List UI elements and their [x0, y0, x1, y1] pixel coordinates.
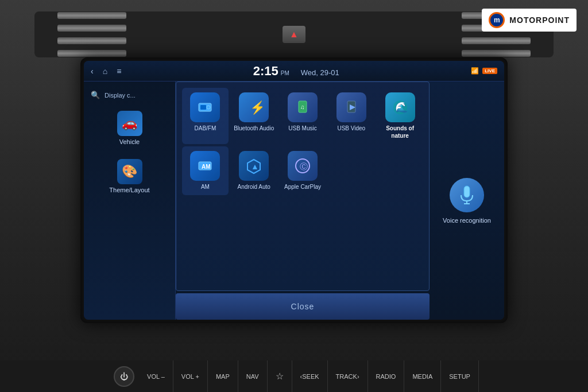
voice-recognition-label: Voice recognition — [443, 217, 491, 224]
seek-back-label: ‹SEEK — [300, 373, 319, 380]
sounds-nature-label: Sounds of nature — [379, 125, 421, 139]
track-fwd-label: TRACK› — [336, 373, 359, 380]
track-forward-button[interactable]: TRACK› — [328, 360, 368, 392]
media-item-sounds-nature[interactable]: 🌊 Sounds of nature — [377, 88, 423, 144]
left-vents — [57, 10, 126, 59]
vol-up-label: VOL + — [181, 373, 199, 380]
vehicle-icon: 🚗 — [117, 111, 142, 136]
usb-music-icon: ♫ — [288, 92, 318, 122]
svg-text:♫: ♫ — [300, 104, 305, 110]
media-item-usb-music[interactable]: ♫ USB Music — [280, 88, 326, 144]
usb-music-label: USB Music — [288, 125, 316, 132]
android-auto-label: Android Auto — [238, 183, 270, 191]
android-auto-icon: ▲ — [239, 151, 269, 181]
search-icon: 🔍 — [91, 91, 100, 99]
nav-button[interactable]: NAV — [238, 360, 268, 392]
svg-rect-1 — [200, 105, 206, 110]
signal-icon: 📶 — [471, 67, 479, 75]
vol-down-button[interactable]: VOL – — [139, 360, 173, 392]
time-display: 2:15 PM Wed, 29-01 — [253, 64, 339, 79]
media-item-usb-video[interactable]: USB Video — [328, 88, 374, 144]
status-bar: ‹ ⌂ ≡ 2:15 PM Wed, 29-01 📶 LIVE — [84, 61, 504, 81]
svg-text:⚡: ⚡ — [250, 100, 262, 115]
motorpoint-logo: m MOTORPOINT — [482, 9, 577, 32]
media-item-android[interactable]: ▲ Android Auto — [231, 146, 277, 195]
hazard-button[interactable]: ▲ — [283, 26, 305, 43]
close-button[interactable]: Close — [176, 293, 430, 320]
radio-label: RADIO — [376, 373, 396, 380]
right-area: DAB/FM ⚡ Bluetooth Audio ♫ USB — [176, 81, 504, 320]
voice-recognition-panel[interactable]: Voice recognition — [430, 81, 504, 320]
am-label: AM — [201, 183, 210, 191]
media-item-dab[interactable]: DAB/FM — [182, 88, 229, 144]
vol-down-label: VOL – — [147, 373, 165, 380]
bluetooth-icon: ⚡ — [239, 92, 269, 122]
motorpoint-brand-name: MOTORPOINT — [509, 15, 570, 25]
bluetooth-label: Bluetooth Audio — [234, 125, 274, 132]
media-label: MEDIA — [412, 373, 432, 380]
dab-icon — [190, 92, 220, 122]
media-item-bluetooth[interactable]: ⚡ Bluetooth Audio — [231, 88, 277, 144]
vents-area: ▲ — [34, 11, 554, 57]
usb-video-label: USB Video — [337, 125, 365, 132]
power-button[interactable]: ⏻ — [114, 366, 134, 387]
svg-rect-16 — [464, 186, 470, 197]
media-item-am[interactable]: AM AM — [182, 146, 229, 195]
sidebar: 🔍 Display c... 🚗 Vehicle 🎨 Theme/Layout — [84, 81, 176, 320]
radio-button[interactable]: RADIO — [368, 360, 405, 392]
sidebar-item-vehicle[interactable]: 🚗 Vehicle — [84, 105, 175, 151]
svg-text:Ⓒ: Ⓒ — [300, 162, 308, 171]
star-button[interactable]: ☆ — [268, 360, 292, 392]
bottom-controls: ⏻ VOL – VOL + MAP NAV ☆ ‹SEEK TRACK› RAD… — [0, 360, 588, 392]
infotainment-screen: ‹ ⌂ ≡ 2:15 PM Wed, 29-01 📶 LIVE 🔍 Displa… — [80, 57, 508, 323]
sidebar-item-theme[interactable]: 🎨 Theme/Layout — [84, 153, 175, 199]
theme-icon: 🎨 — [117, 159, 142, 184]
svg-text:▲: ▲ — [251, 162, 259, 171]
dab-label: DAB/FM — [195, 125, 216, 132]
seek-back-button[interactable]: ‹SEEK — [292, 360, 328, 392]
live-badge: LIVE — [482, 68, 497, 74]
map-label: MAP — [216, 373, 230, 380]
motorpoint-icon: m — [489, 12, 505, 28]
setup-button[interactable]: SETUP — [441, 360, 479, 392]
map-button[interactable]: MAP — [208, 360, 238, 392]
setup-label: SETUP — [449, 373, 470, 380]
main-content: 🔍 Display c... 🚗 Vehicle 🎨 Theme/Layout — [84, 81, 504, 320]
am-icon: AM — [190, 151, 220, 181]
media-item-carplay[interactable]: Ⓒ Apple CarPlay — [280, 146, 326, 195]
close-btn-area: Close — [176, 293, 430, 320]
carplay-icon: Ⓒ — [288, 151, 318, 181]
vehicle-label: Vehicle — [119, 138, 140, 145]
home-button[interactable]: ⌂ — [103, 67, 107, 76]
svg-point-2 — [207, 106, 210, 109]
usb-video-icon — [336, 92, 366, 122]
search-label: Display c... — [105, 92, 136, 99]
theme-label: Theme/Layout — [109, 187, 149, 193]
menu-button[interactable]: ≡ — [117, 67, 121, 76]
svg-text:AM: AM — [202, 164, 211, 170]
search-row: 🔍 Display c... — [84, 87, 175, 103]
voice-icon — [450, 178, 484, 212]
status-icons: 📶 LIVE — [471, 67, 497, 75]
svg-text:🌊: 🌊 — [395, 101, 408, 114]
date-value: Wed, 29-01 — [301, 68, 339, 77]
sounds-nature-icon: 🌊 — [385, 92, 415, 122]
nav-controls: ‹ ⌂ ≡ — [91, 67, 121, 76]
vol-up-button[interactable]: VOL + — [173, 360, 208, 392]
screen-display: ‹ ⌂ ≡ 2:15 PM Wed, 29-01 📶 LIVE 🔍 Displa… — [84, 61, 504, 320]
back-button[interactable]: ‹ — [91, 67, 94, 76]
time-value: 2:15 — [253, 64, 278, 79]
star-icon: ☆ — [276, 371, 284, 382]
time-ampm: PM — [281, 70, 289, 76]
media-popup: DAB/FM ⚡ Bluetooth Audio ♫ USB — [176, 81, 430, 291]
nav-label: NAV — [246, 373, 259, 380]
carplay-label: Apple CarPlay — [284, 183, 321, 191]
media-button[interactable]: MEDIA — [404, 360, 441, 392]
